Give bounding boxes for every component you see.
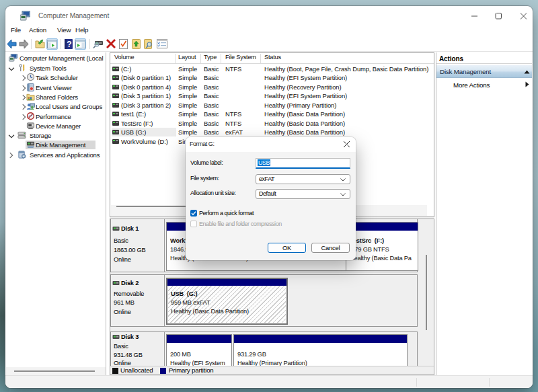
svg-text:?: ? (67, 40, 71, 49)
